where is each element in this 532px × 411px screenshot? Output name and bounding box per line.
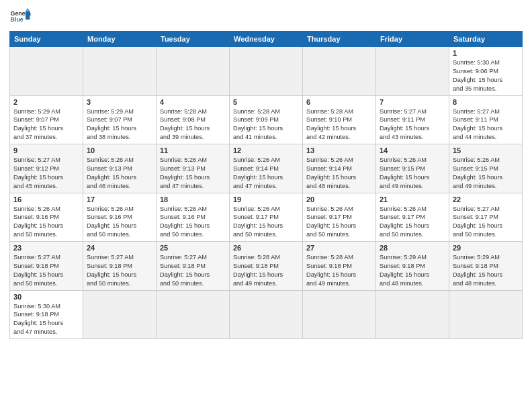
calendar-cell — [10, 47, 83, 96]
day-number: 8 — [453, 98, 519, 106]
calendar-cell: 11Sunrise: 5:26 AM Sunset: 9:13 PM Dayli… — [157, 144, 230, 193]
day-number: 25 — [160, 244, 226, 252]
day-info: Sunrise: 5:28 AM Sunset: 9:09 PM Dayligh… — [233, 107, 299, 142]
day-number: 20 — [306, 195, 372, 203]
day-number: 26 — [233, 244, 299, 252]
svg-marker-3 — [26, 11, 30, 19]
calendar-cell: 4Sunrise: 5:28 AM Sunset: 9:08 PM Daylig… — [157, 95, 230, 144]
day-number: 24 — [87, 244, 152, 252]
calendar-week-row: 1Sunrise: 5:30 AM Sunset: 9:06 PM Daylig… — [10, 47, 523, 96]
day-info: Sunrise: 5:28 AM Sunset: 9:08 PM Dayligh… — [160, 107, 226, 142]
day-number: 1 — [453, 49, 519, 57]
calendar-cell — [230, 290, 303, 339]
day-info: Sunrise: 5:26 AM Sunset: 9:17 PM Dayligh… — [380, 205, 445, 240]
day-number: 29 — [453, 244, 519, 252]
day-info: Sunrise: 5:26 AM Sunset: 9:16 PM Dayligh… — [13, 205, 79, 240]
calendar-cell — [83, 47, 157, 96]
day-info: Sunrise: 5:26 AM Sunset: 9:13 PM Dayligh… — [87, 156, 152, 191]
calendar-cell — [376, 290, 449, 339]
day-info: Sunrise: 5:27 AM Sunset: 9:12 PM Dayligh… — [13, 156, 79, 191]
day-number: 12 — [233, 146, 299, 154]
calendar-cell: 18Sunrise: 5:26 AM Sunset: 9:16 PM Dayli… — [157, 193, 230, 242]
day-number: 10 — [87, 146, 152, 154]
calendar-table: SundayMondayTuesdayWednesdayThursdayFrid… — [9, 31, 523, 339]
weekday-header-saturday: Saturday — [449, 32, 523, 47]
day-number: 17 — [87, 195, 152, 203]
day-info: Sunrise: 5:28 AM Sunset: 9:10 PM Dayligh… — [306, 107, 372, 142]
day-number: 3 — [87, 98, 152, 106]
calendar-cell: 25Sunrise: 5:27 AM Sunset: 9:18 PM Dayli… — [157, 242, 230, 291]
day-info: Sunrise: 5:29 AM Sunset: 9:07 PM Dayligh… — [87, 107, 152, 142]
day-info: Sunrise: 5:26 AM Sunset: 9:15 PM Dayligh… — [453, 156, 519, 191]
calendar-cell — [157, 290, 230, 339]
day-number: 5 — [233, 98, 299, 106]
calendar-cell — [376, 47, 449, 96]
day-number: 9 — [13, 146, 79, 154]
day-info: Sunrise: 5:29 AM Sunset: 9:18 PM Dayligh… — [380, 253, 445, 288]
day-info: Sunrise: 5:26 AM Sunset: 9:16 PM Dayligh… — [87, 205, 152, 240]
weekday-header-friday: Friday — [376, 32, 449, 47]
calendar-cell: 12Sunrise: 5:26 AM Sunset: 9:14 PM Dayli… — [230, 144, 303, 193]
calendar-cell: 27Sunrise: 5:28 AM Sunset: 9:18 PM Dayli… — [303, 242, 376, 291]
day-number: 14 — [380, 146, 445, 154]
calendar-cell: 21Sunrise: 5:26 AM Sunset: 9:17 PM Dayli… — [376, 193, 449, 242]
calendar-cell: 7Sunrise: 5:27 AM Sunset: 9:11 PM Daylig… — [376, 95, 449, 144]
calendar-cell — [449, 290, 523, 339]
calendar-cell — [157, 47, 230, 96]
day-number: 19 — [233, 195, 299, 203]
calendar-cell: 8Sunrise: 5:27 AM Sunset: 9:11 PM Daylig… — [449, 95, 523, 144]
logo-icon: General Blue — [9, 7, 31, 28]
calendar-cell: 24Sunrise: 5:27 AM Sunset: 9:18 PM Dayli… — [83, 242, 157, 291]
calendar-cell: 26Sunrise: 5:28 AM Sunset: 9:18 PM Dayli… — [230, 242, 303, 291]
calendar-cell: 28Sunrise: 5:29 AM Sunset: 9:18 PM Dayli… — [376, 242, 449, 291]
day-info: Sunrise: 5:27 AM Sunset: 9:18 PM Dayligh… — [160, 253, 226, 288]
day-info: Sunrise: 5:27 AM Sunset: 9:18 PM Dayligh… — [87, 253, 152, 288]
weekday-header-sunday: Sunday — [10, 32, 83, 47]
day-info: Sunrise: 5:27 AM Sunset: 9:17 PM Dayligh… — [453, 205, 519, 240]
day-number: 28 — [380, 244, 445, 252]
day-info: Sunrise: 5:27 AM Sunset: 9:11 PM Dayligh… — [453, 107, 519, 142]
day-number: 4 — [160, 98, 226, 106]
calendar-cell — [230, 47, 303, 96]
calendar-week-row: 16Sunrise: 5:26 AM Sunset: 9:16 PM Dayli… — [10, 193, 523, 242]
weekday-header-thursday: Thursday — [303, 32, 376, 47]
day-number: 22 — [453, 195, 519, 203]
weekday-header-wednesday: Wednesday — [230, 32, 303, 47]
day-number: 7 — [380, 98, 445, 106]
day-info: Sunrise: 5:26 AM Sunset: 9:15 PM Dayligh… — [380, 156, 445, 191]
day-number: 13 — [306, 146, 372, 154]
calendar-cell: 6Sunrise: 5:28 AM Sunset: 9:10 PM Daylig… — [303, 95, 376, 144]
header: General Blue — [9, 7, 523, 28]
calendar-cell: 15Sunrise: 5:26 AM Sunset: 9:15 PM Dayli… — [449, 144, 523, 193]
page: General Blue SundayMondayTuesdayWednesda… — [0, 0, 532, 411]
calendar-cell: 23Sunrise: 5:27 AM Sunset: 9:18 PM Dayli… — [10, 242, 83, 291]
day-info: Sunrise: 5:26 AM Sunset: 9:13 PM Dayligh… — [160, 156, 226, 191]
calendar-cell: 3Sunrise: 5:29 AM Sunset: 9:07 PM Daylig… — [83, 95, 157, 144]
logo: General Blue — [9, 7, 31, 28]
calendar-cell: 22Sunrise: 5:27 AM Sunset: 9:17 PM Dayli… — [449, 193, 523, 242]
day-info: Sunrise: 5:28 AM Sunset: 9:18 PM Dayligh… — [233, 253, 299, 288]
weekday-header-tuesday: Tuesday — [157, 32, 230, 47]
calendar-cell: 9Sunrise: 5:27 AM Sunset: 9:12 PM Daylig… — [10, 144, 83, 193]
day-info: Sunrise: 5:26 AM Sunset: 9:14 PM Dayligh… — [233, 156, 299, 191]
day-info: Sunrise: 5:27 AM Sunset: 9:11 PM Dayligh… — [380, 107, 445, 142]
calendar-cell: 16Sunrise: 5:26 AM Sunset: 9:16 PM Dayli… — [10, 193, 83, 242]
calendar-week-row: 9Sunrise: 5:27 AM Sunset: 9:12 PM Daylig… — [10, 144, 523, 193]
day-number: 27 — [306, 244, 372, 252]
day-info: Sunrise: 5:29 AM Sunset: 9:18 PM Dayligh… — [453, 253, 519, 288]
calendar-cell — [303, 290, 376, 339]
calendar-cell: 20Sunrise: 5:26 AM Sunset: 9:17 PM Dayli… — [303, 193, 376, 242]
day-number: 11 — [160, 146, 226, 154]
day-info: Sunrise: 5:27 AM Sunset: 9:18 PM Dayligh… — [13, 253, 79, 288]
calendar-cell: 10Sunrise: 5:26 AM Sunset: 9:13 PM Dayli… — [83, 144, 157, 193]
day-info: Sunrise: 5:26 AM Sunset: 9:14 PM Dayligh… — [306, 156, 372, 191]
day-info: Sunrise: 5:30 AM Sunset: 9:06 PM Dayligh… — [453, 58, 519, 93]
day-info: Sunrise: 5:26 AM Sunset: 9:17 PM Dayligh… — [306, 205, 372, 240]
calendar-cell: 5Sunrise: 5:28 AM Sunset: 9:09 PM Daylig… — [230, 95, 303, 144]
calendar-cell: 29Sunrise: 5:29 AM Sunset: 9:18 PM Dayli… — [449, 242, 523, 291]
day-number: 16 — [13, 195, 79, 203]
day-number: 6 — [306, 98, 372, 106]
calendar-cell — [83, 290, 157, 339]
day-number: 21 — [380, 195, 445, 203]
calendar-cell: 17Sunrise: 5:26 AM Sunset: 9:16 PM Dayli… — [83, 193, 157, 242]
